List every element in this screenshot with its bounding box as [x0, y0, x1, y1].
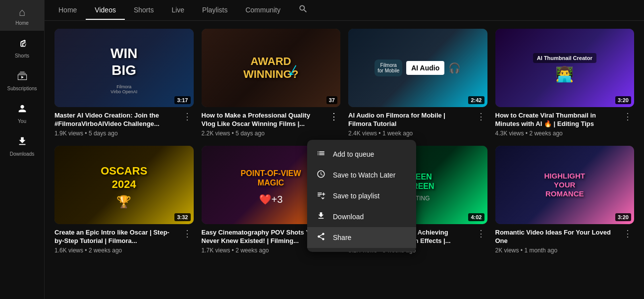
thumbnail-2: AWARDWINNING? ↓ 37: [202, 29, 341, 107]
tab-live[interactable]: Live: [162, 1, 193, 20]
video-title-3: AI Audio on Filmora for Mobile | Filmora…: [348, 111, 471, 128]
menu-label-watch-later: Save to Watch Later: [333, 171, 395, 179]
clock-icon: [316, 170, 326, 180]
home-icon: ⌂: [19, 7, 25, 18]
video-meta-1: 1.9K views • 5 days ago: [54, 130, 177, 137]
video-title-1: Master AI Video Creation: Join the #Film…: [54, 111, 177, 128]
video-info-3: AI Audio on Filmora for Mobile | Filmora…: [348, 111, 487, 137]
menu-label-share: Share: [333, 234, 351, 241]
video-text-6: Easy Cinematography POV Shots You Never …: [202, 228, 324, 254]
more-button-2[interactable]: ⋮: [327, 111, 340, 122]
thumbnail-8: HIGHLIGHTYOURROMANCE 3:20: [495, 146, 635, 224]
sidebar-label-home: Home: [15, 20, 29, 26]
video-title-8: Romantic Video Ideas For Your Loved One: [495, 228, 618, 245]
video-title-5: Create an Epic Intro like Oscar | Step-b…: [54, 228, 177, 245]
share-icon: [316, 232, 326, 243]
duration-1: 3:17: [174, 96, 190, 104]
menu-playlist[interactable]: Save to playlist: [307, 185, 416, 206]
more-button-7[interactable]: ⋮: [475, 228, 487, 239]
tab-videos[interactable]: Videos: [86, 1, 125, 20]
sidebar-item-shorts[interactable]: Shorts: [0, 31, 44, 63]
thumbnail-3: Filmorafor Mobile AI Audio 🎧 2:42: [348, 29, 487, 107]
video-title-2: How to Make a Professional Quality Vlog …: [202, 111, 324, 128]
video-meta-3: 2.4K views • 1 week ago: [348, 130, 471, 137]
video-card-4[interactable]: AI Thumbnail Creator 👨‍💻 3:20 How to Cre…: [495, 29, 635, 137]
sidebar-item-home[interactable]: ⌂ Home: [0, 0, 44, 31]
video-text-8: Romantic Video Ideas For Your Loved One …: [495, 228, 618, 254]
duration-7: 4:02: [468, 213, 484, 221]
more-button-3[interactable]: ⋮: [475, 111, 487, 122]
you-icon: [17, 103, 28, 116]
download-icon: [316, 211, 326, 222]
sidebar-label-subscriptions: Subscriptions: [7, 86, 37, 91]
video-info-4: How to Create Viral Thumbnail in Minutes…: [495, 111, 635, 137]
menu-add-queue[interactable]: Add to queue: [307, 144, 416, 165]
tab-playlists[interactable]: Playlists: [193, 1, 236, 20]
sidebar-item-you[interactable]: You: [0, 96, 44, 129]
thumbnail-1: WINBIG FilmoraVirbo OpenAI 3:17: [54, 29, 194, 107]
more-button-4[interactable]: ⋮: [621, 111, 634, 122]
menu-label-queue: Add to queue: [333, 150, 374, 158]
tab-community[interactable]: Community: [236, 1, 289, 20]
video-info-8: Romantic Video Ideas For Your Loved One …: [495, 228, 635, 254]
video-text-5: Create an Epic Intro like Oscar | Step-b…: [54, 228, 177, 254]
sidebar-label-shorts: Shorts: [15, 53, 29, 59]
video-meta-2: 2.2K views • 5 days ago: [202, 130, 324, 137]
video-card-8[interactable]: HIGHLIGHTYOURROMANCE 3:20 Romantic Video…: [495, 146, 635, 254]
video-text-3: AI Audio on Filmora for Mobile | Filmora…: [348, 111, 471, 137]
more-button-5[interactable]: ⋮: [181, 228, 194, 239]
duration-2: 37: [326, 96, 337, 104]
video-card-5[interactable]: OSCARS2024 🏆 3:32 Create an Epic Intro l…: [54, 146, 194, 254]
menu-download[interactable]: Download: [307, 206, 416, 227]
more-button-8[interactable]: ⋮: [621, 228, 634, 239]
sidebar: ⌂ Home Shorts Subscriptions You Download…: [0, 0, 45, 299]
video-info-5: Create an Epic Intro like Oscar | Step-b…: [54, 228, 194, 254]
menu-label-playlist: Save to playlist: [333, 192, 379, 200]
subscriptions-icon: [17, 70, 28, 83]
playlist-icon: [316, 190, 326, 201]
duration-4: 3:20: [615, 96, 631, 104]
video-info-2: How to Make a Professional Quality Vlog …: [202, 111, 341, 137]
video-meta-6: 1.7K views • 2 weeks ago: [202, 247, 324, 254]
search-icon[interactable]: [294, 0, 312, 20]
video-title-4: How to Create Viral Thumbnail in Minutes…: [495, 111, 618, 128]
video-meta-4: 4.3K views • 2 weeks ago: [495, 130, 618, 137]
video-title-6: Easy Cinematography POV Shots You Never …: [202, 228, 324, 245]
sidebar-item-subscriptions[interactable]: Subscriptions: [0, 63, 44, 96]
sidebar-label-you: You: [18, 119, 26, 124]
channel-nav: Home Videos Shorts Live Playlists Commun…: [45, 0, 644, 21]
video-text-2: How to Make a Professional Quality Vlog …: [202, 111, 324, 137]
shorts-icon: [17, 38, 28, 51]
duration-3: 2:42: [468, 96, 484, 104]
duration-5: 3:32: [174, 213, 190, 221]
video-meta-8: 2K views • 1 month ago: [495, 247, 618, 254]
tab-home[interactable]: Home: [50, 1, 86, 20]
video-card-2[interactable]: AWARDWINNING? ↓ 37 How to Make a Profess…: [202, 29, 341, 137]
menu-share[interactable]: Share: [307, 227, 416, 248]
video-meta-5: 1.6K views • 2 weeks ago: [54, 247, 177, 254]
context-menu: Add to queue Save to Watch Later Save to…: [307, 140, 416, 252]
video-card-1[interactable]: WINBIG FilmoraVirbo OpenAI 3:17 Master A…: [54, 29, 194, 137]
video-text-4: How to Create Viral Thumbnail in Minutes…: [495, 111, 618, 137]
downloads-icon: [17, 136, 28, 149]
more-button-1[interactable]: ⋮: [181, 111, 194, 122]
menu-watch-later[interactable]: Save to Watch Later: [307, 165, 416, 185]
tab-shorts[interactable]: Shorts: [125, 1, 162, 20]
sidebar-item-downloads[interactable]: Downloads: [0, 129, 44, 162]
video-card-3[interactable]: Filmorafor Mobile AI Audio 🎧 2:42 AI Aud…: [348, 29, 487, 137]
video-info-1: Master AI Video Creation: Join the #Film…: [54, 111, 194, 137]
duration-8: 3:20: [615, 213, 631, 221]
thumbnail-4: AI Thumbnail Creator 👨‍💻 3:20: [495, 29, 635, 107]
menu-label-download: Download: [333, 213, 364, 221]
video-text-1: Master AI Video Creation: Join the #Film…: [54, 111, 177, 137]
thumbnail-5: OSCARS2024 🏆 3:32: [54, 146, 194, 224]
videos-area: WINBIG FilmoraVirbo OpenAI 3:17 Master A…: [45, 21, 644, 299]
queue-icon: [316, 149, 326, 160]
main-content: Home Videos Shorts Live Playlists Commun…: [45, 0, 644, 299]
sidebar-label-downloads: Downloads: [10, 151, 34, 157]
